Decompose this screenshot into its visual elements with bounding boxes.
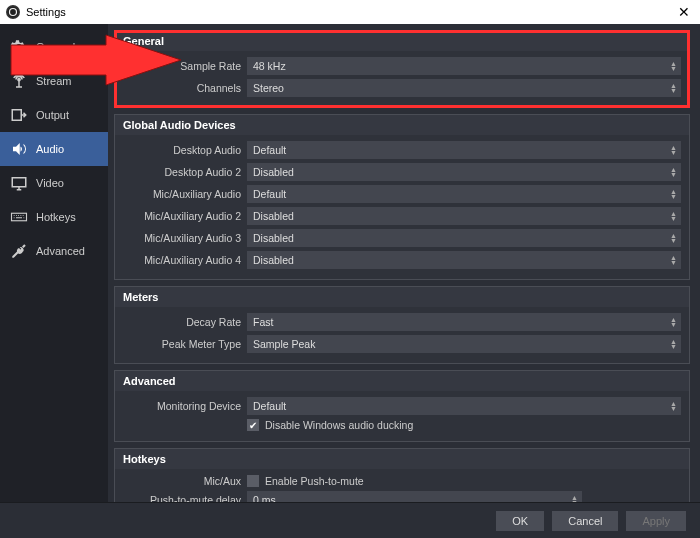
spinner-icon: ▲▼: [670, 167, 677, 177]
speaker-icon: [10, 140, 28, 158]
sidebar-item-video[interactable]: Video: [0, 166, 108, 200]
svg-rect-5: [12, 178, 26, 187]
label-ptm-delay: Push-to-mute delay: [123, 494, 241, 502]
combo-value: Default: [253, 188, 286, 200]
device-label: Desktop Audio 2: [123, 166, 241, 178]
combo-value: Disabled: [253, 210, 294, 222]
spinner-icon: ▲▼: [670, 255, 677, 265]
device-combo[interactable]: Disabled▲▼: [247, 229, 681, 247]
label-peak-type: Peak Meter Type: [123, 338, 241, 350]
section-heading: Global Audio Devices: [115, 115, 689, 135]
tools-icon: [10, 242, 28, 260]
close-icon[interactable]: ✕: [674, 4, 694, 20]
device-combo[interactable]: Disabled▲▼: [247, 251, 681, 269]
monitor-icon: [10, 174, 28, 192]
section-advanced: Advanced Monitoring Device Default ▲▼ ✔: [114, 370, 690, 442]
device-combo[interactable]: Default▲▼: [247, 185, 681, 203]
cancel-button[interactable]: Cancel: [552, 511, 618, 531]
sidebar-item-stream[interactable]: Stream: [0, 64, 108, 98]
num-value: 0 ms: [253, 494, 276, 502]
sidebar-label: Hotkeys: [36, 211, 76, 223]
spinner-icon: ▲▼: [670, 61, 677, 71]
label-monitoring-device: Monitoring Device: [123, 400, 241, 412]
device-label: Desktop Audio: [123, 144, 241, 156]
sidebar-item-output[interactable]: Output: [0, 98, 108, 132]
svg-point-3: [18, 78, 20, 80]
ducking-label: Disable Windows audio ducking: [265, 419, 413, 431]
spinner-icon: ▲▼: [670, 145, 677, 155]
enable-ptm-label: Enable Push-to-mute: [265, 475, 364, 487]
title-bar: Settings ✕: [0, 0, 700, 24]
section-general: General Sample Rate 48 kHz ▲▼ Channels: [114, 30, 690, 108]
ptm-delay-field[interactable]: 0 ms ▲▼: [247, 491, 582, 502]
enable-ptm-checkbox[interactable]: [247, 475, 259, 487]
device-label: Mic/Auxiliary Audio 4: [123, 254, 241, 266]
spinner-icon: ▲▼: [670, 83, 677, 93]
section-hotkeys: Hotkeys Mic/Aux Enable Push-to-mute Push…: [114, 448, 690, 502]
section-heading: Advanced: [115, 371, 689, 391]
settings-content[interactable]: General Sample Rate 48 kHz ▲▼ Channels: [108, 24, 700, 502]
section-global-audio: Global Audio Devices Desktop AudioDefaul…: [114, 114, 690, 280]
device-label: Mic/Auxiliary Audio 3: [123, 232, 241, 244]
gear-icon: [10, 38, 28, 56]
section-heading: Meters: [115, 287, 689, 307]
sample-rate-combo[interactable]: 48 kHz ▲▼: [247, 57, 681, 75]
ducking-checkbox[interactable]: ✔: [247, 419, 259, 431]
spinner-icon: ▲▼: [571, 495, 578, 502]
apply-button[interactable]: Apply: [626, 511, 686, 531]
combo-value: 48 kHz: [253, 60, 286, 72]
section-heading: General: [115, 31, 689, 51]
section-heading: Hotkeys: [115, 449, 689, 469]
sidebar-item-hotkeys[interactable]: Hotkeys: [0, 200, 108, 234]
channels-combo[interactable]: Stereo ▲▼: [247, 79, 681, 97]
keyboard-icon: [10, 208, 28, 226]
decay-rate-combo[interactable]: Fast ▲▼: [247, 313, 681, 331]
sidebar-label: Output: [36, 109, 69, 121]
sidebar: General Stream Output Audio Video Hotkey…: [0, 24, 108, 502]
antenna-icon: [10, 72, 28, 90]
label-sample-rate: Sample Rate: [123, 60, 241, 72]
sidebar-label: Advanced: [36, 245, 85, 257]
window-title: Settings: [26, 6, 66, 18]
output-icon: [10, 106, 28, 124]
spinner-icon: ▲▼: [670, 317, 677, 327]
svg-rect-4: [12, 110, 21, 121]
sidebar-label: Stream: [36, 75, 71, 87]
device-combo[interactable]: Disabled▲▼: [247, 163, 681, 181]
label-decay-rate: Decay Rate: [123, 316, 241, 328]
spinner-icon: ▲▼: [670, 233, 677, 243]
device-combo[interactable]: Disabled▲▼: [247, 207, 681, 225]
combo-value: Disabled: [253, 232, 294, 244]
sidebar-item-advanced[interactable]: Advanced: [0, 234, 108, 268]
combo-value: Fast: [253, 316, 273, 328]
sidebar-item-audio[interactable]: Audio: [0, 132, 108, 166]
combo-value: Disabled: [253, 254, 294, 266]
monitoring-device-combo[interactable]: Default ▲▼: [247, 397, 681, 415]
device-label: Mic/Auxiliary Audio 2: [123, 210, 241, 222]
device-combo[interactable]: Default▲▼: [247, 141, 681, 159]
section-meters: Meters Decay Rate Fast ▲▼ Peak Meter Typ…: [114, 286, 690, 364]
obs-logo-icon: [6, 5, 20, 19]
combo-value: Sample Peak: [253, 338, 315, 350]
combo-value: Stereo: [253, 82, 284, 94]
spinner-icon: ▲▼: [670, 211, 677, 221]
ok-button[interactable]: OK: [496, 511, 544, 531]
sidebar-label: General: [36, 41, 75, 53]
label-mic-aux: Mic/Aux: [123, 475, 241, 487]
spinner-icon: ▲▼: [670, 401, 677, 411]
peak-meter-combo[interactable]: Sample Peak ▲▼: [247, 335, 681, 353]
dialog-footer: OK Cancel Apply: [0, 502, 700, 538]
device-label: Mic/Auxiliary Audio: [123, 188, 241, 200]
combo-value: Default: [253, 400, 286, 412]
sidebar-label: Audio: [36, 143, 64, 155]
spinner-icon: ▲▼: [670, 189, 677, 199]
sidebar-label: Video: [36, 177, 64, 189]
combo-value: Default: [253, 144, 286, 156]
combo-value: Disabled: [253, 166, 294, 178]
spinner-icon: ▲▼: [670, 339, 677, 349]
label-channels: Channels: [123, 82, 241, 94]
sidebar-item-general[interactable]: General: [0, 30, 108, 64]
svg-rect-6: [12, 213, 27, 221]
